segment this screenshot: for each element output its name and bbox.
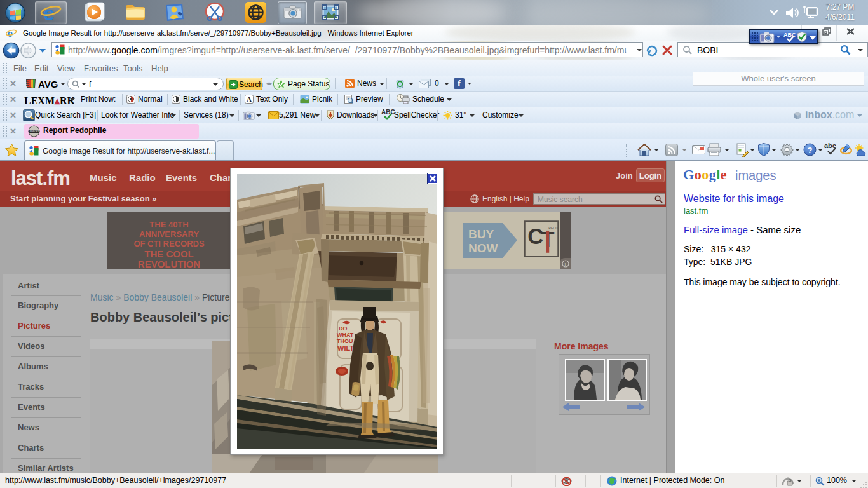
svg-text:REPORT: REPORT: [30, 130, 39, 133]
svg-text:THOU: THOU: [337, 338, 353, 344]
svg-text:WHAT: WHAT: [337, 332, 354, 338]
svg-text:BUY: BUY: [468, 227, 494, 241]
svg-text:NOW: NOW: [468, 241, 498, 255]
svg-text:?: ?: [808, 146, 813, 155]
svg-text:RECORDS: RECORDS: [548, 226, 559, 230]
svg-text:WILT: WILT: [337, 344, 354, 352]
svg-text:e: e: [43, 3, 55, 23]
svg-text:i: i: [564, 261, 566, 267]
svg-text:DO: DO: [339, 325, 348, 332]
svg-text:A: A: [247, 95, 252, 103]
